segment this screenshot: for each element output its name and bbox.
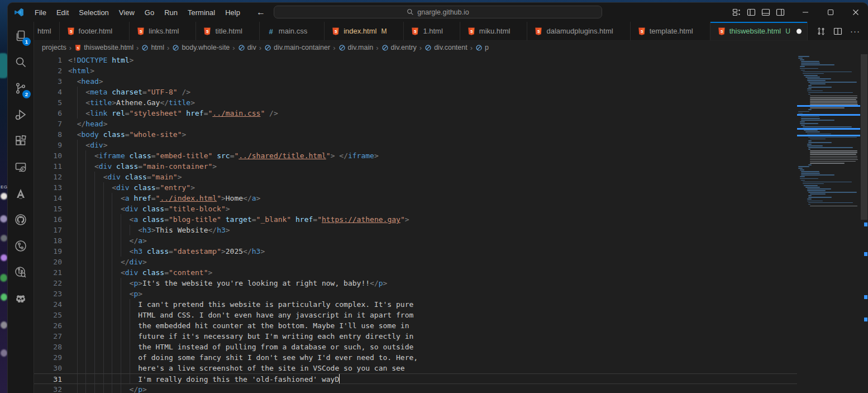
menu-view[interactable]: View [114,6,140,19]
breadcrumb-item-div.entry[interactable]: div.entry [381,44,417,51]
scrollbar-slider[interactable] [861,54,867,220]
breadcrumb-item-body.whole-site[interactable]: body.whole-site [172,44,230,51]
tab-title.html[interactable]: 5title.html [196,22,259,40]
tab-links.html[interactable]: 5links.html [130,22,196,40]
toggle-secondary-sidebar-icon[interactable] [776,8,785,17]
line-number: 1 [34,55,62,65]
menu-bar: FileEditSelectionViewGoRunTerminalHelp [30,6,245,19]
code-line-24: 24 I can't pretend this website is parti… [34,299,797,310]
code-line-8: 8 <body class="whole-site"> [34,129,797,140]
menu-selection[interactable]: Selection [74,6,113,19]
line-number: 25 [34,310,62,320]
toggle-panel-icon[interactable] [761,8,770,17]
activity-bar-github-icon[interactable] [9,209,32,230]
code-line-9: 9 <div> [34,140,797,150]
overview-ruler-mark [864,222,867,226]
code-line-16: 16 <a class="blog-title" target="_blank"… [34,214,797,225]
activity-bar-a-extension-icon[interactable] [9,183,32,204]
line-number: 27 [34,331,62,342]
activity-bar-explorer-icon[interactable]: 1 [9,25,32,46]
svg-text:5: 5 [414,29,416,34]
activity-bar-extensions-icon[interactable] [9,130,32,151]
menu-help[interactable]: Help [220,6,245,19]
activity-bar-godot-tools-icon[interactable] [9,288,32,309]
line-number: 18 [34,235,62,246]
menu-file[interactable]: File [30,6,51,19]
code-line-11: 11 <div class="main-container"> [34,161,797,172]
menu-run[interactable]: Run [159,6,183,19]
customize-layout-icon[interactable] [732,8,741,17]
breadcrumb-item-div.main[interactable]: div.main [338,44,374,51]
tab-thiswebsite.html[interactable]: 5thiswebsite.htmlU [710,22,808,40]
editor-scrollbar[interactable] [860,54,868,393]
overview-ruler-mark [864,252,867,256]
breadcrumb-item-div.main-container[interactable]: div.main-container [264,44,330,51]
code-line-12: 12 <div class="main"> [34,172,797,182]
code-line-26: 26 the embedded hit counter at the botto… [34,320,797,331]
command-center-search[interactable]: gnargle.github.io [274,6,602,18]
html-file-icon: 5 [203,27,212,36]
breadcrumb-item-p[interactable]: p [475,44,489,51]
breadcrumb-separator-icon: › [259,44,261,52]
line-number: 6 [34,108,62,119]
line-number: 28 [34,342,62,352]
svg-text:5: 5 [470,29,473,34]
breadcrumb-item-div.content[interactable]: div.content [425,44,468,51]
tab-html[interactable]: html [34,22,60,40]
line-number: 5 [34,97,62,108]
svg-text:5: 5 [206,29,208,34]
activity-bar-remote-explorer-icon[interactable] [9,157,32,178]
tab-template.html[interactable]: 5template.html [631,22,710,40]
tab-footer.html[interactable]: 5footer.html [60,22,130,40]
activity-bar-search-icon[interactable] [9,51,32,73]
line-number: 3 [34,76,62,87]
tab-dalamudplugins.html[interactable]: 5dalamudplugins.html [527,22,630,40]
close-button[interactable] [843,3,868,22]
vscode-logo-icon [14,7,24,17]
html-file-icon: 5 [66,27,75,36]
menu-edit[interactable]: Edit [51,6,74,19]
tab-label: dalamudplugins.html [546,27,613,35]
svg-text:5: 5 [335,29,337,34]
css-file-icon: # [266,27,275,36]
tab-miku.html[interactable]: 5miku.html [460,22,528,40]
activity-bar-run-and-debug-icon[interactable] [9,104,32,125]
line-number: 14 [34,193,62,203]
menu-terminal[interactable]: Terminal [183,6,220,19]
breadcrumb-separator-icon: › [167,44,169,52]
open-changes-icon[interactable] [817,27,826,36]
command-center-text: gnargle.github.io [417,8,469,16]
maximize-button[interactable] [818,3,843,22]
minimap-highlight-line [797,135,860,136]
code-editor[interactable]: 1<!DOCTYPE html>2<html>3 <head>4 <meta c… [34,54,868,393]
breadcrumb-item-div[interactable]: div [238,44,256,51]
code-line-27: 27 future if it's necessary but I'm writ… [34,331,797,342]
html-symbol-icon [141,44,149,51]
unsaved-dot-icon[interactable] [797,29,802,34]
line-number: 24 [34,299,62,310]
tab-1.html[interactable]: 51.html [404,22,460,40]
tab-main.css[interactable]: #main.css [260,22,325,40]
svg-text:5: 5 [69,29,71,34]
breadcrumb-item-projects[interactable]: projects [42,44,66,51]
tab-index.html[interactable]: 5index.htmlM [325,22,404,40]
overview-ruler-mark [864,295,867,299]
line-number: 16 [34,214,62,225]
menu-go[interactable]: Go [140,6,159,19]
more-actions-icon[interactable]: ··· [850,26,860,36]
activity-bar-source-control-icon[interactable]: 2 [9,78,32,99]
html-symbol-icon [475,44,483,51]
toggle-primary-sidebar-icon[interactable] [747,8,756,17]
html-file-icon: 5 [717,27,726,36]
navigate-back-icon[interactable]: ← [256,7,265,17]
line-number: 2 [34,65,62,76]
breadcrumb-item-thiswebsite.html[interactable]: 5thiswebsite.html [74,44,133,51]
breadcrumb-item-html[interactable]: html [141,44,164,51]
minimize-button[interactable] [793,3,818,22]
minimap[interactable] [797,54,860,393]
split-editor-icon[interactable] [833,27,842,36]
activity-bar-search-commits-icon[interactable] [9,262,32,283]
code-line-4: 4 <meta charset="UTF-8" /> [34,87,797,97]
activity-bar-commit-graph-icon[interactable] [9,235,32,257]
tab-label: title.html [215,27,242,35]
